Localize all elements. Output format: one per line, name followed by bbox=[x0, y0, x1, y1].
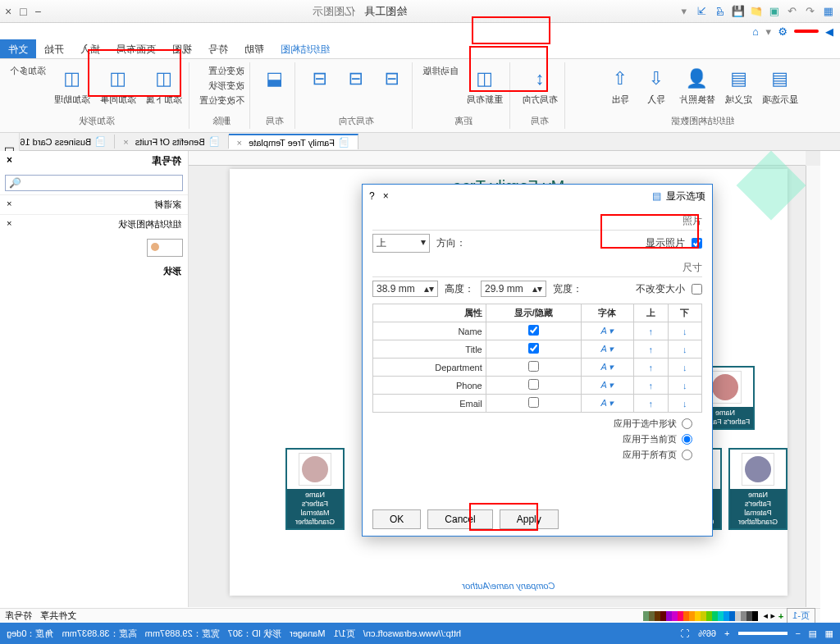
ribbon-group-delete: 改变位置 改变形状 不改变位置 删除 bbox=[194, 62, 250, 129]
doctab-3[interactable]: 📄Family Tree Template× bbox=[229, 134, 358, 149]
view-icon[interactable]: ▦ bbox=[825, 628, 833, 639]
btn-add-multi[interactable]: 添加多个 bbox=[10, 64, 46, 77]
tab-view[interactable]: 视图 bbox=[164, 39, 200, 58]
btn-replace-photo[interactable]: 👤替换照片 bbox=[678, 64, 717, 107]
table-row: PhoneA ▾↑↓ bbox=[373, 377, 702, 395]
ok-button[interactable]: OK bbox=[372, 509, 421, 529]
table-row: DepartmentA ▾↑↓ bbox=[373, 359, 702, 377]
btn-export[interactable]: ⇧导出 bbox=[605, 64, 635, 107]
shape-thumb[interactable] bbox=[147, 239, 183, 257]
close-icon[interactable]: × bbox=[237, 138, 242, 148]
tab-help[interactable]: 帮助 bbox=[236, 39, 272, 58]
print-icon[interactable]: 🖨 bbox=[714, 5, 727, 18]
open-icon[interactable]: 📁 bbox=[750, 5, 763, 18]
zoom-in-icon[interactable]: + bbox=[724, 628, 729, 638]
section-photo: 照片 bbox=[372, 214, 702, 231]
maximize-icon[interactable]: □ bbox=[20, 5, 26, 18]
close-icon[interactable]: × bbox=[123, 137, 128, 147]
page-footer: Company name/Author bbox=[230, 581, 788, 591]
btn-nochange[interactable]: 不改变位置 bbox=[199, 94, 244, 107]
view-icon[interactable]: ▤ bbox=[809, 628, 817, 639]
table-row: TitleA ▾↑↓ bbox=[373, 340, 702, 359]
org-card[interactable]: NameFather's Paternal Grandfather bbox=[728, 448, 788, 530]
minimize-icon[interactable]: − bbox=[35, 5, 42, 18]
opt-currentpage[interactable] bbox=[682, 434, 692, 445]
symbollib-btn[interactable]: 符号库 bbox=[5, 610, 32, 622]
export-icon[interactable]: ⇲ bbox=[696, 5, 709, 18]
btn-display-options[interactable]: ▤显示选项 bbox=[760, 64, 800, 107]
btn-dir[interactable]: ↕布局方向 bbox=[520, 64, 559, 107]
close-icon[interactable]: × bbox=[5, 5, 11, 18]
apply-button[interactable]: Apply bbox=[500, 509, 559, 529]
btn-import[interactable]: ⇩导入 bbox=[641, 64, 671, 107]
btn-layout-c[interactable]: ⊟ bbox=[305, 64, 335, 94]
btn-layout-1[interactable]: ⬓ bbox=[260, 64, 290, 94]
btn-define-field[interactable]: ▤定义域 bbox=[724, 64, 754, 107]
org-card[interactable]: NameFather's Maternal Grandfather bbox=[285, 448, 345, 530]
menubar: 文件 开始 插入 页面布局 视图 符号 帮助 组织结构图 bbox=[0, 39, 840, 59]
tab-insert[interactable]: 插入 bbox=[72, 39, 108, 58]
attr-table: 属性 显示/隐藏 字体 上 下 NameA ▾↑↓ TitleA ▾↑↓ Dep… bbox=[372, 304, 702, 413]
zoom-out-icon[interactable]: − bbox=[796, 628, 801, 638]
btn-changepos[interactable]: 改变位置 bbox=[208, 64, 244, 77]
btn-add-sub[interactable]: ◫添加下属 bbox=[144, 64, 184, 107]
lib-title: 符号库 bbox=[152, 154, 181, 168]
ribbon-group-dist2: ↕布局方向 布局 bbox=[515, 62, 565, 129]
lib-cat-2[interactable]: 组织结构图形状× bbox=[0, 214, 188, 234]
undo-icon[interactable]: ↶ bbox=[804, 5, 817, 18]
tab-file[interactable]: 文件 bbox=[0, 39, 36, 58]
ribbon-group-dist: ◫重新布局 自动排版 距离 bbox=[418, 62, 510, 129]
ribbon-group-data: ▤显示选项 ▤定义域 👤替换照片 ⇩导入 ⇧导出 组织结构图数据 bbox=[570, 62, 835, 129]
tab-symbol[interactable]: 符号 bbox=[200, 39, 236, 58]
tab-orgchart[interactable]: 组织结构图 bbox=[272, 39, 338, 58]
cancel-button[interactable]: Cancel bbox=[427, 509, 492, 529]
play-icon[interactable]: ▶ bbox=[825, 25, 833, 38]
add-page-icon[interactable]: + bbox=[778, 611, 783, 621]
close-icon[interactable]: × bbox=[7, 154, 12, 168]
gear-icon[interactable]: ⚙ bbox=[778, 25, 788, 38]
ribbon: ◫添加下属 ◫添加同事 ◫添加助理 添加多个 添加形状 改变位置 改变形状 不改… bbox=[0, 59, 840, 133]
btn-layout-a[interactable]: ⊟ bbox=[377, 64, 407, 94]
redo-icon[interactable]: ↷ bbox=[786, 5, 799, 18]
dialog-title: 显示选项 bbox=[666, 190, 705, 203]
search-icon: 🔍 bbox=[9, 177, 21, 189]
save-icon[interactable]: 💾 bbox=[732, 5, 745, 18]
tab-start[interactable]: 开始 bbox=[36, 39, 72, 58]
app-icon: ▦ bbox=[822, 5, 835, 18]
document-tabs: 📄Business Card 16× 📄Benefits Of Fruits× … bbox=[0, 133, 840, 151]
zoom-slider[interactable] bbox=[738, 632, 788, 635]
btn-add-asst[interactable]: ◫添加助理 bbox=[52, 64, 92, 107]
ribbon-group-layout: ⬓ 布局 bbox=[255, 62, 295, 129]
page-tab[interactable]: 页-1 bbox=[787, 608, 815, 623]
app-title: 绘图工具 亿图图示 bbox=[42, 4, 678, 19]
table-row: NameA ▾↑↓ bbox=[373, 322, 702, 340]
opt-allpages[interactable] bbox=[682, 450, 692, 460]
width-input[interactable]: 29.9 mm▴▾ bbox=[481, 281, 546, 297]
height-input[interactable]: 38.9 mm▴▾ bbox=[372, 281, 438, 297]
lbl-show-photo: 显示照片 bbox=[646, 236, 685, 250]
btn-add-peer[interactable]: ◫添加同事 bbox=[98, 64, 138, 107]
table-row: EmailA ▾↑↓ bbox=[373, 395, 702, 413]
help-icon[interactable]: ⌂ bbox=[752, 25, 759, 38]
ribbon-group-layouts: ⊟ ⊟ ⊟ 布局方向 bbox=[300, 62, 413, 129]
opt-selected[interactable] bbox=[682, 418, 692, 429]
btn-changeshape[interactable]: 改变形状 bbox=[208, 79, 244, 92]
doctab-2[interactable]: 📄Benefits Of Fruits× bbox=[115, 135, 228, 148]
dropdown-icon[interactable]: ▾ bbox=[678, 5, 691, 18]
btn-relayout[interactable]: ◫重新布局 bbox=[465, 64, 504, 107]
new-icon[interactable]: ▣ bbox=[768, 5, 781, 18]
help-icon[interactable]: ? bbox=[369, 190, 375, 202]
btn-layout-b[interactable]: ⊟ bbox=[341, 64, 371, 94]
chk-show-photo[interactable] bbox=[692, 238, 702, 249]
fileshare-btn[interactable]: 文件共享 bbox=[40, 610, 76, 622]
color-swatches[interactable] bbox=[643, 611, 758, 621]
statusbar: http://www.edrawsoft.cn/ 页1/1 Manager 形状… bbox=[0, 623, 840, 644]
lib-search[interactable]: 🔍 bbox=[5, 175, 183, 191]
lib-cat-1[interactable]: 家谱树× bbox=[0, 194, 188, 214]
direction-select[interactable]: 上▾ bbox=[372, 234, 430, 253]
close-icon[interactable]: × bbox=[383, 190, 389, 202]
status-url: http://www.edrawsoft.cn/ bbox=[363, 628, 461, 638]
tab-pagelayout[interactable]: 页面布局 bbox=[108, 39, 164, 58]
quickbar: ▶ ⚙ ▾ ⌂ bbox=[0, 23, 840, 39]
chk-keep-size[interactable] bbox=[692, 284, 702, 295]
